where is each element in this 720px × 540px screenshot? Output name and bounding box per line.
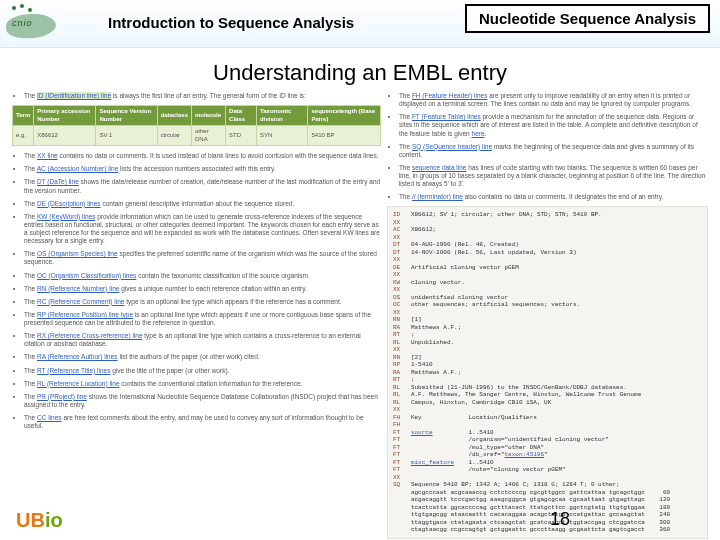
table-cell: STD <box>226 126 257 146</box>
list-item: The XX line contains no data or comments… <box>24 152 381 160</box>
embl-flatfile-example: ID X86612; SV 1; circular; other DNA; ST… <box>387 206 708 539</box>
list-item: The FT (Feature Table) lines provide a m… <box>399 113 708 137</box>
list-item: The RP (Reference Position) line type is… <box>24 311 381 327</box>
list-item: The KW (KeyWord) lines provide informati… <box>24 213 381 246</box>
page-number: 18 <box>550 509 570 530</box>
list-item: The RT (Reference Title) lines give the … <box>24 367 381 375</box>
slide: cnio Introduction to Sequence Analysis N… <box>0 0 720 540</box>
course-title: Introduction to Sequence Analysis <box>108 14 354 31</box>
id-field-table: TermPrimary accession NumberSequence Ver… <box>12 105 381 146</box>
table-cell: 5410 BP <box>308 126 380 146</box>
list-item: The RC (Reference Comment) line type is … <box>24 298 381 306</box>
list-item: The OC (Organism Classification) lines c… <box>24 272 381 280</box>
list-item: The RA (Reference Author) lines list the… <box>24 353 381 361</box>
list-item: The FH (Feature Header) lines are presen… <box>399 92 708 108</box>
table-header: Data Class <box>226 106 257 126</box>
page-title: Understanding an EMBL entry <box>0 60 720 86</box>
list-item: The SQ (SeQuence header) line marks the … <box>399 143 708 159</box>
table-header: Sequence Version Number <box>96 106 157 126</box>
table-cell: SV 1 <box>96 126 157 146</box>
list-item: The AC (Accession Number) line lists the… <box>24 165 381 173</box>
slide-body: The ID (IDentification line) line is alw… <box>0 86 720 539</box>
list-item: The sequence data line has lines of code… <box>399 164 708 188</box>
list-item: The OS (Organism Species) line specifies… <box>24 250 381 266</box>
table-cell: other DNA <box>192 126 226 146</box>
chapter-title: Nucleotide Sequence Analysis <box>465 4 710 33</box>
table-cell: SYN <box>257 126 308 146</box>
cnio-logo-text: cnio <box>12 18 33 28</box>
table-header: Primary accession Number <box>34 106 96 126</box>
list-item: The DT (DaTe) line shows the date/releas… <box>24 178 381 194</box>
right-column: The FH (Feature Header) lines are presen… <box>387 92 708 539</box>
list-item: The DE (DEscription) lines contain gener… <box>24 200 381 208</box>
list-item: The // (terminator) line also contains n… <box>399 193 708 201</box>
table-cell: circular <box>157 126 191 146</box>
intro-bullet: The ID (IDentification line) line is alw… <box>24 92 381 100</box>
list-item: The PR (PRoject) line shows the Internat… <box>24 393 381 409</box>
table-header: molecule <box>192 106 226 126</box>
cnio-logo: cnio <box>6 2 58 42</box>
right-bullet-list: The FH (Feature Header) lines are presen… <box>387 92 708 201</box>
table-header: dataclass <box>157 106 191 126</box>
left-column: The ID (IDentification line) line is alw… <box>12 92 381 539</box>
list-item: The CC lines are free text comments abou… <box>24 414 381 430</box>
table-header: Taxonomic division <box>257 106 308 126</box>
table-cell: X86612 <box>34 126 96 146</box>
list-item: The RX (Reference Cross-reference) line … <box>24 332 381 348</box>
table-header: sequencelength (Base Pairs) <box>308 106 380 126</box>
table-header: Term <box>13 106 34 126</box>
ubio-logo: UBio <box>16 509 63 532</box>
slide-header: cnio Introduction to Sequence Analysis N… <box>0 0 720 48</box>
list-item: The RN (Reference Number) line gives a u… <box>24 285 381 293</box>
list-item: The RL (Reference Location) line contain… <box>24 380 381 388</box>
left-bullet-list: The XX line contains no data or comments… <box>12 152 381 430</box>
